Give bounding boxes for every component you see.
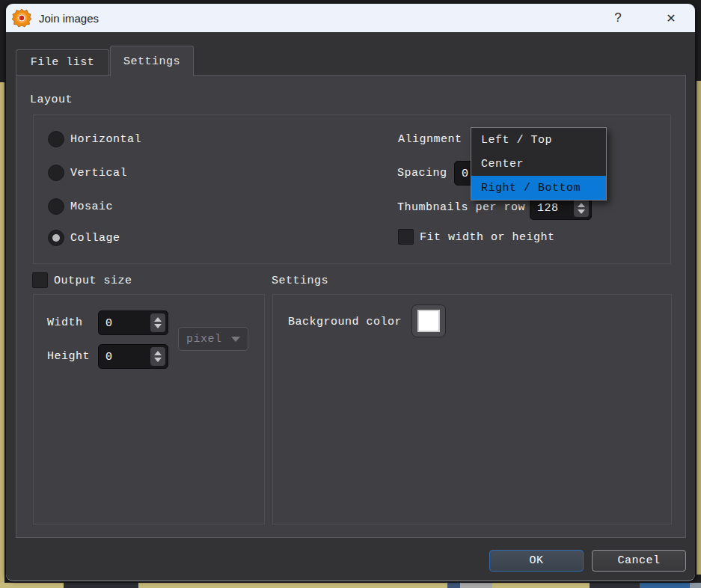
cancel-button[interactable]: Cancel bbox=[592, 550, 686, 572]
spacing-label: Spacing bbox=[397, 167, 447, 180]
fit-width-or-height-checkbox[interactable] bbox=[398, 229, 414, 245]
settings-tab-page: Layout Horizontal Vertical Mosaic Collag… bbox=[16, 75, 686, 538]
ok-button[interactable]: OK bbox=[489, 550, 584, 572]
background-app-edge-right bbox=[697, 81, 701, 575]
dropdown-item-center[interactable]: Center bbox=[471, 152, 606, 176]
radio-icon[interactable] bbox=[48, 198, 64, 215]
thumbnails-per-row-value: 128 bbox=[537, 202, 559, 215]
tab-settings[interactable]: Settings bbox=[110, 46, 194, 76]
tab-file-list-label: File list bbox=[31, 56, 95, 69]
background-app-segment bbox=[690, 583, 701, 588]
radio-selected-icon[interactable] bbox=[48, 230, 64, 246]
settings-groupbox bbox=[272, 294, 672, 524]
background-color-label: Background color bbox=[288, 316, 402, 328]
background-color-swatch bbox=[417, 310, 440, 332]
radio-option-vertical[interactable]: Vertical bbox=[48, 164, 127, 182]
unit-select-disabled: pixel bbox=[178, 327, 248, 351]
unit-value: pixel bbox=[186, 333, 222, 346]
spin-up-icon[interactable] bbox=[154, 351, 162, 355]
output-size-checkbox[interactable] bbox=[32, 272, 48, 288]
width-label: Width bbox=[47, 316, 83, 329]
background-app-edge-bottom bbox=[0, 583, 701, 588]
radio-option-horizontal[interactable]: Horizontal bbox=[48, 130, 141, 148]
radio-option-mosaic[interactable]: Mosaic bbox=[48, 197, 113, 215]
dropdown-item-left-top[interactable]: Left / Top bbox=[471, 128, 606, 152]
spin-down-icon[interactable] bbox=[154, 358, 162, 362]
height-value: 0 bbox=[105, 350, 113, 363]
tab-file-list[interactable]: File list bbox=[16, 49, 109, 75]
spin-up-icon[interactable] bbox=[578, 203, 585, 207]
radio-icon[interactable] bbox=[48, 131, 64, 147]
settings-group-title: Settings bbox=[272, 275, 328, 287]
background-app-edge-left bbox=[0, 82, 4, 588]
help-icon[interactable]: ? bbox=[608, 9, 628, 27]
cancel-button-label: Cancel bbox=[617, 554, 660, 567]
width-value: 0 bbox=[105, 316, 113, 329]
background-color-button[interactable] bbox=[411, 304, 446, 337]
window-title: Join images bbox=[39, 12, 99, 25]
background-app-segment bbox=[590, 583, 640, 588]
app-icon bbox=[12, 8, 31, 28]
spacing-value: 0 bbox=[462, 167, 469, 180]
alignment-label: Alignment bbox=[398, 133, 462, 146]
height-label: Height bbox=[47, 350, 90, 363]
join-images-dialog: Join images ? ✕ File list Settings Layou… bbox=[6, 4, 695, 581]
ok-button-label: OK bbox=[529, 554, 543, 567]
output-size-label: Output size bbox=[54, 275, 132, 287]
desktop-background: Join images ? ✕ File list Settings Layou… bbox=[0, 0, 701, 588]
background-app-segment bbox=[640, 583, 690, 588]
spin-up-icon[interactable] bbox=[154, 317, 162, 322]
radio-option-collage[interactable]: Collage bbox=[48, 229, 120, 247]
radio-label: Vertical bbox=[70, 167, 127, 180]
tab-settings-label: Settings bbox=[123, 55, 180, 68]
height-spin-buttons[interactable] bbox=[150, 347, 165, 366]
alignment-dropdown-popup: Left / Top Center Right / Bottom bbox=[471, 127, 607, 200]
layout-group-title: Layout bbox=[30, 94, 73, 106]
width-spin-buttons[interactable] bbox=[150, 313, 165, 332]
background-app-segment bbox=[64, 583, 138, 588]
radio-label: Mosaic bbox=[70, 200, 113, 213]
fit-width-or-height-label: Fit width or height bbox=[420, 231, 555, 244]
titlebar[interactable]: Join images ? ✕ bbox=[6, 4, 695, 32]
width-spinbox[interactable]: 0 bbox=[98, 310, 168, 335]
radio-label: Horizontal bbox=[70, 133, 141, 146]
thumbnails-per-row-label: Thumbnails per row bbox=[397, 201, 525, 214]
thumbnails-spin-buttons[interactable] bbox=[574, 199, 589, 217]
spin-down-icon[interactable] bbox=[154, 324, 162, 328]
radio-icon[interactable] bbox=[48, 165, 64, 181]
background-app-segment bbox=[460, 583, 492, 588]
chevron-down-icon bbox=[231, 337, 240, 342]
close-icon[interactable]: ✕ bbox=[661, 9, 681, 27]
height-spinbox[interactable]: 0 bbox=[98, 344, 168, 369]
radio-label: Collage bbox=[70, 232, 120, 245]
spin-down-icon[interactable] bbox=[578, 209, 585, 214]
background-app-segment bbox=[447, 583, 460, 588]
dropdown-item-right-bottom[interactable]: Right / Bottom bbox=[471, 176, 606, 200]
